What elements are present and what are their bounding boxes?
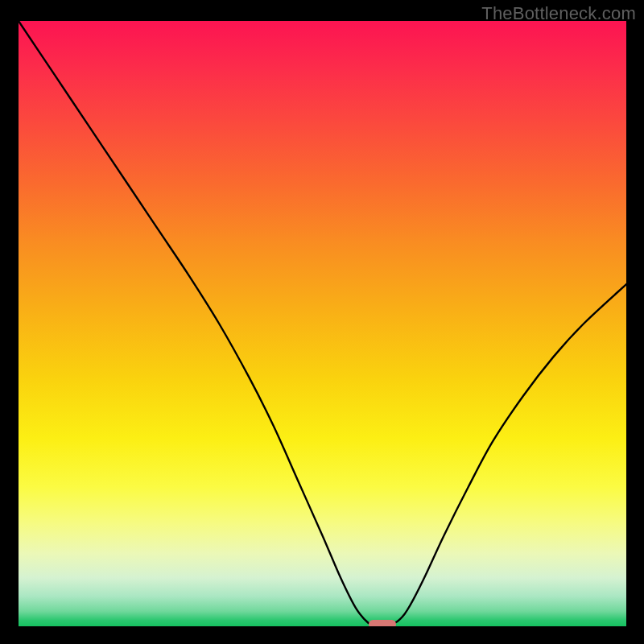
- watermark-text: TheBottleneck.com: [481, 3, 636, 24]
- chart-frame: TheBottleneck.com: [0, 0, 644, 644]
- optimum-marker: [369, 620, 396, 626]
- plot-area: [19, 21, 626, 626]
- bottleneck-curve: [19, 21, 626, 626]
